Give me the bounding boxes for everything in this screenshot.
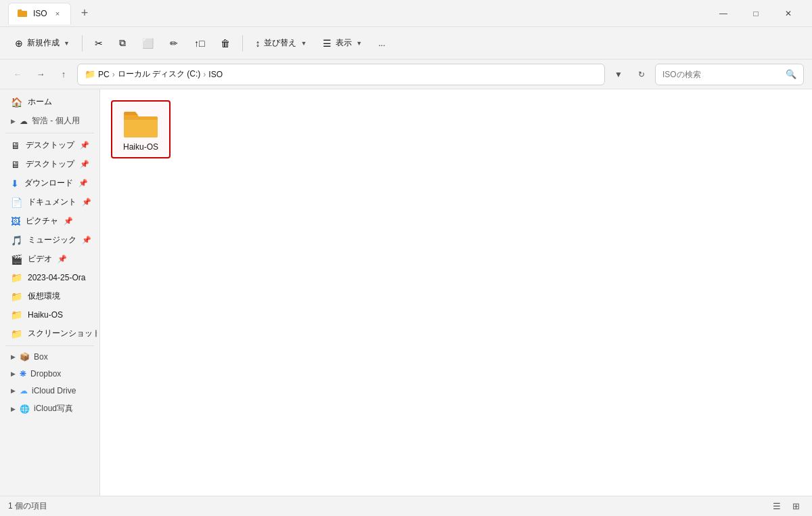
cut-btn[interactable]: ✂ <box>88 34 110 53</box>
breadcrumb-drive: ローカル ディスク (C:) <box>118 68 201 80</box>
breadcrumb-folder-label: ISO <box>208 70 223 79</box>
view-btn-label: 表示 <box>336 37 352 49</box>
sidebar-item-home[interactable]: 🏠 ホーム <box>3 93 97 111</box>
folder-svg <box>122 108 159 139</box>
share-btn[interactable]: ↑□ <box>187 34 211 53</box>
copy-icon: ⧉ <box>119 37 126 49</box>
sidebar-icloud-photos-group[interactable]: ▶ 🌐 iCloud写真 <box>3 400 97 418</box>
sidebar-item-downloads[interactable]: ⬇ ダウンロード 📌 <box>3 174 97 192</box>
haikuos-folder-icon: 📁 <box>11 309 22 320</box>
sidebar-divider-1 <box>5 133 94 133</box>
search-box[interactable]: 🔍 <box>655 64 804 85</box>
sidebar-desktop1-label: デスクトップ <box>26 139 74 151</box>
new-btn[interactable]: ⊕ 新規作成 ▼ <box>8 33 76 53</box>
content-area: Haiku-OS <box>100 89 812 496</box>
sidebar-item-haikuos[interactable]: 📁 Haiku-OS <box>3 306 97 324</box>
new-tab-btn[interactable]: + <box>74 3 95 24</box>
paste-btn[interactable]: ⬜ <box>135 34 160 53</box>
new-btn-label: 新規作成 <box>27 37 60 49</box>
sidebar-item-pictures[interactable]: 🖼 ピクチャ 📌 <box>3 212 97 230</box>
sidebar-item-oracle[interactable]: 📁 2023-04-25-Ora <box>3 269 97 286</box>
address-bar: ← → ↑ 📁 PC › ローカル ディスク (C:) › ISO ▼ ↻ 🔍 <box>0 60 812 89</box>
active-tab[interactable]: ISO × <box>8 3 71 24</box>
icloud-photos-chevron: ▶ <box>11 406 16 412</box>
search-input[interactable] <box>662 70 782 79</box>
sort-btn-label: 並び替え <box>264 37 296 49</box>
pin-icon-3: 📌 <box>78 179 88 188</box>
paste-icon: ⬜ <box>142 38 154 49</box>
dropbox-chevron: ▶ <box>11 370 16 377</box>
up-btn[interactable]: ↑ <box>54 65 73 84</box>
maximize-btn[interactable]: □ <box>740 3 771 24</box>
video-icon: 🎬 <box>11 254 22 265</box>
breadcrumb-sep-2: › <box>203 70 206 79</box>
sort-btn[interactable]: ↕ 並び替え ▼ <box>248 33 313 53</box>
rename-btn[interactable]: ✏ <box>163 34 185 53</box>
sidebar-divider-2 <box>5 345 94 346</box>
icloud-chevron: ▶ <box>11 387 16 394</box>
sidebar-icloud-group[interactable]: ▶ ☁ iCloud Drive <box>3 383 97 399</box>
main-layout: 🏠 ホーム ▶ ☁ 智浩 - 個人用 🖥 デスクトップ 📌 🖥 デスクトップ 📌… <box>0 89 812 496</box>
new-btn-chevron: ▼ <box>64 40 70 47</box>
more-btn[interactable]: ... <box>371 35 392 52</box>
list-view-btn[interactable]: ☰ <box>769 498 785 515</box>
pin-icon-1: 📌 <box>80 141 89 150</box>
tab-title: ISO <box>33 9 47 18</box>
sidebar-desktop2-label: デスクトップ <box>26 158 74 170</box>
status-bar: 1 個の項目 ☰ ⊞ <box>0 496 812 516</box>
sidebar-item-virtual[interactable]: 📁 仮想環境 <box>3 287 97 305</box>
box-icon: 📦 <box>20 352 30 362</box>
tab-area: ISO × + <box>8 3 708 24</box>
pictures-icon: 🖼 <box>11 216 20 227</box>
delete-btn[interactable]: 🗑 <box>214 34 237 53</box>
sidebar-box-group[interactable]: ▶ 📦 Box <box>3 349 97 365</box>
delete-icon: 🗑 <box>221 38 230 49</box>
copy-btn[interactable]: ⧉ <box>112 33 133 53</box>
sidebar-group-cloud[interactable]: ▶ ☁ 智浩 - 個人用 <box>3 112 97 130</box>
tab-close-btn[interactable]: × <box>53 8 62 19</box>
sidebar-dropbox-group[interactable]: ▶ ❋ Dropbox <box>3 366 97 382</box>
back-btn[interactable]: ← <box>8 65 27 84</box>
toolbar-divider-1 <box>82 35 83 51</box>
breadcrumb-folder-icon: 📁 <box>85 69 95 79</box>
music-icon: 🎵 <box>11 235 22 246</box>
pin-icon-6: 📌 <box>82 236 91 244</box>
home-icon: 🏠 <box>11 97 22 108</box>
breadcrumb-bar[interactable]: 📁 PC › ローカル ディスク (C:) › ISO <box>77 64 605 85</box>
breadcrumb-pc: PC <box>98 70 110 79</box>
sort-chevron: ▼ <box>300 40 307 47</box>
address-dropdown-btn[interactable]: ▼ <box>609 65 628 84</box>
sidebar: 🏠 ホーム ▶ ☁ 智浩 - 個人用 🖥 デスクトップ 📌 🖥 デスクトップ 📌… <box>0 89 100 496</box>
address-right: ▼ ↻ <box>609 65 651 84</box>
view-toggle-btn[interactable]: ☰ 表示 ▼ <box>316 33 369 53</box>
pin-icon-5: 📌 <box>64 217 73 225</box>
sidebar-item-documents[interactable]: 📄 ドキュメント 📌 <box>3 193 97 211</box>
breadcrumb-drive-label: ローカル ディスク (C:) <box>118 68 201 80</box>
title-bar: ISO × + — □ ✕ <box>0 0 812 27</box>
forward-btn[interactable]: → <box>31 65 50 84</box>
title-bar-controls: — □ ✕ <box>708 3 804 24</box>
minimize-btn[interactable]: — <box>708 3 739 24</box>
folder-grid: Haiku-OS <box>111 100 801 158</box>
folder-icon-wrapper <box>122 107 160 139</box>
view-icon: ☰ <box>323 38 332 49</box>
grid-view-btn[interactable]: ⊞ <box>788 498 804 515</box>
sidebar-item-video[interactable]: 🎬 ビデオ 📌 <box>3 250 97 268</box>
cloud-icon: ☁ <box>20 116 28 126</box>
sidebar-icloud-label: iCloud Drive <box>32 386 76 395</box>
sidebar-video-label: ビデオ <box>28 253 52 265</box>
cloud-chevron: ▶ <box>11 118 16 125</box>
sidebar-item-music[interactable]: 🎵 ミュージック 📌 <box>3 231 97 249</box>
icloud-photos-icon: 🌐 <box>20 404 30 414</box>
sidebar-item-screenshot[interactable]: 📁 スクリーンショット <box>3 324 97 343</box>
breadcrumb-sep-1: › <box>112 70 115 79</box>
sidebar-pictures-label: ピクチャ <box>26 215 58 227</box>
sort-icon: ↕ <box>255 38 260 49</box>
sidebar-item-desktop1[interactable]: 🖥 デスクトップ 📌 <box>3 136 97 154</box>
close-btn[interactable]: ✕ <box>773 3 804 24</box>
sidebar-item-desktop2[interactable]: 🖥 デスクトップ 📌 <box>3 155 97 173</box>
view-chevron: ▼ <box>356 40 362 47</box>
icloud-icon: ☁ <box>20 386 28 395</box>
folder-item-haikuos[interactable]: Haiku-OS <box>111 100 171 158</box>
refresh-btn[interactable]: ↻ <box>632 65 651 84</box>
